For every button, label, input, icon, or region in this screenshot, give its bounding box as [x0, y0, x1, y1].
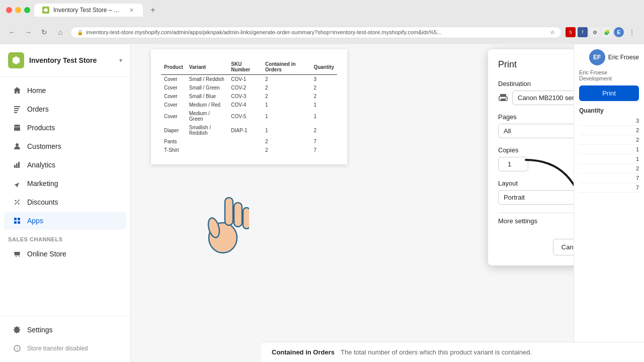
ext-icon-4[interactable]: 🧩 [602, 27, 612, 37]
destination-value: Canon MB2100 series [518, 94, 583, 102]
table-row: CoverSmall / BlueCOV-322 [161, 92, 337, 101]
sidebar: Inventory Test Store ▾ Home Orders Pro [0, 44, 131, 362]
col-variant: Variant [186, 59, 228, 75]
sidebar-header: Inventory Test Store ▾ [0, 44, 130, 77]
svg-text:i: i [17, 346, 18, 351]
svg-point-9 [18, 203, 20, 205]
print-preview-table: Product Variant SKU Number Contained in … [161, 59, 337, 154]
products-icon [12, 123, 22, 133]
sidebar-item-home[interactable]: Home [4, 81, 126, 100]
user-profile-icon[interactable]: E [614, 27, 624, 37]
settings-icon [12, 325, 22, 335]
sidebar-item-store-transfer[interactable]: i Store transfer disabled [4, 339, 126, 357]
home-icon [12, 85, 22, 96]
sidebar-nav: Home Orders Products Customers [0, 77, 130, 316]
user-name: Eric Froese [608, 54, 639, 61]
quantity-value: 1 [579, 145, 639, 154]
apps-icon [12, 216, 22, 226]
sidebar-item-settings[interactable]: Settings [4, 321, 126, 339]
browser-chrome: Inventory Test Store – Orders ✕ + ← → ↻ … [0, 0, 644, 44]
svg-rect-3 [14, 112, 17, 113]
print-dialog-title: Print [498, 59, 517, 70]
maximize-button[interactable] [24, 7, 30, 13]
customers-label: Customers [27, 142, 61, 150]
sidebar-item-customers[interactable]: Customers [4, 137, 126, 155]
store-name: Inventory Test Store [29, 56, 97, 64]
hand-cursor-illustration [199, 190, 249, 250]
sidebar-footer: Settings i Store transfer disabled [0, 316, 130, 362]
sidebar-item-apps[interactable]: Apps [4, 212, 126, 230]
apps-label: Apps [27, 217, 43, 225]
col-sku: SKU Number [228, 59, 262, 75]
discounts-icon [12, 197, 22, 207]
new-tab-button[interactable]: + [147, 4, 159, 16]
sidebar-item-online-store[interactable]: Online Store [4, 245, 126, 263]
store-transfer-icon: i [12, 343, 22, 353]
minimize-button[interactable] [15, 7, 21, 13]
svg-rect-14 [18, 221, 20, 224]
sidebar-item-marketing[interactable]: Marketing [4, 174, 126, 193]
quantity-value: 1 [579, 154, 639, 164]
table-row: CoverMedium / RedCOV-411 [161, 101, 337, 109]
quantity-value: 3 [579, 116, 639, 126]
svg-rect-2 [14, 110, 18, 111]
layout-value: Portrait [504, 194, 525, 201]
back-button[interactable]: ← [6, 26, 18, 38]
svg-rect-5 [14, 165, 16, 168]
svg-rect-19 [234, 203, 242, 227]
quantity-value: 7 [579, 183, 639, 193]
svg-rect-1 [14, 108, 19, 109]
ext-icon-3[interactable]: ⚙ [590, 27, 600, 37]
close-button[interactable] [6, 7, 12, 13]
app-container: Inventory Test Store ▾ Home Orders Pro [0, 44, 644, 362]
store-transfer-label: Store transfer disabled [27, 345, 88, 352]
home-label: Home [27, 86, 46, 95]
table-row: DiaperSmallish / ReddishDIAP-112 [161, 123, 337, 137]
pages-value: All [504, 127, 511, 135]
forward-button[interactable]: → [22, 26, 34, 38]
reload-button[interactable]: ↻ [38, 26, 50, 38]
analytics-icon [12, 160, 22, 170]
shopify-logo [8, 52, 24, 68]
right-panel: EF Eric Froese Eric Froese Development P… [574, 44, 644, 362]
sidebar-item-orders[interactable]: Orders [4, 100, 126, 118]
titlebar: Inventory Test Store – Orders ✕ + [0, 0, 644, 20]
quantity-value: 2 [579, 135, 639, 145]
svg-point-25 [505, 98, 506, 99]
online-store-icon [12, 249, 22, 259]
discounts-label: Discounts [27, 198, 58, 206]
sales-channels-title: SALES CHANNELS [0, 230, 130, 244]
sidebar-item-products[interactable]: Products [4, 119, 126, 137]
print-header-button[interactable]: Print [579, 85, 639, 101]
svg-rect-7 [18, 162, 20, 168]
col-contained: Contained in Orders [262, 59, 310, 75]
table-row: Pants27 [161, 137, 337, 146]
svg-rect-12 [18, 218, 20, 220]
sidebar-item-analytics[interactable]: Analytics [4, 156, 126, 174]
svg-rect-20 [243, 208, 249, 229]
copies-input[interactable]: 1 [498, 157, 528, 171]
ext-icon-2[interactable]: f [578, 27, 588, 37]
orders-icon [12, 104, 22, 114]
contained-in-orders-desc: The total number of orders which this pr… [341, 348, 532, 356]
browser-tab[interactable]: Inventory Test Store – Orders ✕ [34, 4, 143, 17]
more-options-button[interactable]: ⋮ [626, 26, 638, 38]
svg-rect-18 [225, 198, 233, 225]
quantity-value: 7 [579, 173, 639, 183]
avatar: EF [589, 49, 605, 65]
customers-icon [12, 141, 22, 151]
store-dropdown-icon[interactable]: ▾ [119, 57, 122, 64]
tab-title: Inventory Test Store – Orders [53, 7, 124, 14]
ext-icon-1[interactable]: S [566, 27, 576, 37]
sidebar-item-discounts[interactable]: Discounts [4, 193, 126, 211]
tab-close-button[interactable]: ✕ [128, 7, 135, 14]
quantity-list: 32211277 [579, 116, 639, 193]
quantity-value: 2 [579, 126, 639, 135]
table-row: CoverSmall / ReddishCOV-123 [161, 75, 337, 84]
printer-icon [498, 93, 508, 103]
home-button[interactable]: ⌂ [54, 26, 66, 38]
svg-rect-24 [501, 99, 506, 101]
svg-rect-11 [14, 218, 17, 220]
address-bar[interactable]: 🔒 inventory-test-store.myshopify.com/adm… [70, 27, 561, 38]
marketing-icon [12, 178, 22, 189]
